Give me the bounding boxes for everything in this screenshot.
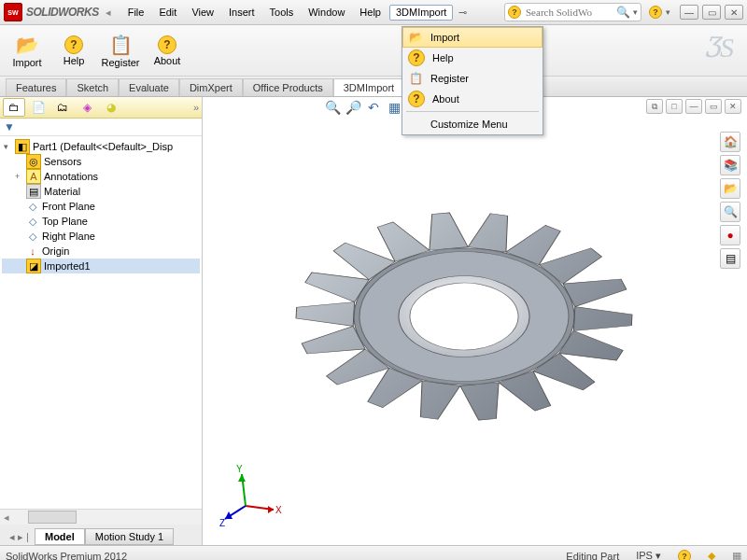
close-button[interactable]: ✕ xyxy=(725,5,743,20)
status-options-icon[interactable]: ▦ xyxy=(732,550,741,560)
register-icon: 📋 xyxy=(109,34,133,56)
menu-insert[interactable]: Insert xyxy=(222,5,261,21)
menu-chevron-icon[interactable]: ◂ xyxy=(106,7,111,19)
taskpane-explorer-icon[interactable]: 📂 xyxy=(720,178,740,199)
tree-node-sensors[interactable]: ◎Sensors xyxy=(2,154,200,169)
dd-separator xyxy=(406,111,539,112)
dd-import[interactable]: 📂 Import xyxy=(402,27,543,48)
title-bar: SW SOLIDWORKS ◂ File Edit View Insert To… xyxy=(0,0,747,25)
collapse-icon[interactable]: ▾ xyxy=(4,142,12,151)
search-dropdown-icon[interactable]: ▾ xyxy=(633,7,638,17)
tree-filter-bar[interactable]: ▼ xyxy=(0,119,202,136)
dd-about[interactable]: ? About xyxy=(402,89,543,109)
origin-icon: ↓ xyxy=(26,245,39,258)
status-bar: SolidWorks Premium 2012 Editing Part IPS… xyxy=(0,545,747,560)
status-rebuild-icon[interactable]: ◆ xyxy=(708,550,715,560)
command-tabs: Features Sketch Evaluate DimXpert Office… xyxy=(0,77,747,97)
status-units[interactable]: IPS ▾ xyxy=(636,550,661,560)
tree-node-label: Sensors xyxy=(44,156,81,167)
panel-tab-display[interactable]: ◕ xyxy=(100,98,122,117)
feature-tree: ▾ ◧ Part1 (Default<<Default>_Disp ◎Senso… xyxy=(0,136,202,509)
taskpane-appearance-icon[interactable]: ● xyxy=(720,225,740,245)
menu-3dmimport[interactable]: 3DMImport xyxy=(389,5,453,21)
toolbar-about-button[interactable]: ? About xyxy=(146,30,189,71)
tree-node-top-plane[interactable]: ◇Top Plane xyxy=(2,214,200,229)
tree-node-origin[interactable]: ↓Origin xyxy=(2,244,200,259)
tab-3dmimport[interactable]: 3DMImport xyxy=(333,78,404,96)
tab-evaluate[interactable]: Evaluate xyxy=(119,78,179,96)
tree-node-label: Imported1 xyxy=(44,260,91,272)
tab-sketch[interactable]: Sketch xyxy=(66,78,119,96)
panel-tab-feature-tree[interactable]: 🗀 xyxy=(3,98,25,117)
toolbar-help-label: Help xyxy=(63,55,85,66)
gear-model xyxy=(212,106,735,526)
tree-node-front-plane[interactable]: ◇Front Plane xyxy=(2,199,200,214)
help-button-icon[interactable]: ? xyxy=(649,6,662,19)
dd-help[interactable]: ? Help xyxy=(402,48,543,68)
plane-icon: ◇ xyxy=(26,215,39,228)
panel-tab-config[interactable]: 🗂 xyxy=(51,98,74,117)
taskpane-library-icon[interactable]: 📚 xyxy=(720,155,740,175)
toolbar-import-button[interactable]: 📂 Import xyxy=(6,30,49,71)
search-box[interactable]: ? 🔍 ▾ xyxy=(504,3,641,21)
expand-icon[interactable]: + xyxy=(15,172,23,181)
scroll-thumb[interactable] xyxy=(28,511,77,524)
tree-node-imported1[interactable]: ◪Imported1 xyxy=(2,259,200,273)
tree-root-label: Part1 (Default<<Default>_Disp xyxy=(33,141,173,152)
menu-file[interactable]: File xyxy=(121,5,151,21)
dd-customize[interactable]: Customize Menu xyxy=(402,114,543,134)
restore-button[interactable]: ▭ xyxy=(702,5,721,20)
app-logo-icon: SW xyxy=(4,3,22,21)
menu-tools[interactable]: Tools xyxy=(263,5,301,21)
toolbar-about-label: About xyxy=(154,55,181,66)
tree-node-material-not-specified-[interactable]: ▤Material xyxy=(2,184,200,199)
help-dropdown-icon[interactable]: ▾ xyxy=(666,7,670,17)
menu-help[interactable]: Help xyxy=(353,5,388,21)
tab-motion-study[interactable]: Motion Study 1 xyxy=(85,528,174,545)
dd-register[interactable]: 📋 Register xyxy=(402,68,543,89)
search-icon[interactable]: 🔍 xyxy=(616,6,630,19)
graphics-viewport[interactable]: ⧉ □ — ▭ ✕ 🔍 🔎 ↶ ▦ ▣ ▤ ◐ ● ◎ ▼ xyxy=(203,97,747,545)
menu-edit[interactable]: Edit xyxy=(152,5,183,21)
folder-open-icon: 📂 xyxy=(408,30,423,45)
orientation-triad[interactable]: X Y Z xyxy=(219,461,285,526)
minimize-button[interactable]: — xyxy=(680,5,698,20)
panel-hscroll[interactable]: ◂ xyxy=(0,509,202,525)
dd-import-label: Import xyxy=(430,32,459,43)
taskpane-property-icon[interactable]: ▤ xyxy=(720,248,740,269)
pin-icon[interactable]: ⊸ xyxy=(455,5,471,21)
status-help-icon[interactable]: ? xyxy=(678,550,691,561)
mat-icon: ▤ xyxy=(26,184,41,199)
menu-view[interactable]: View xyxy=(185,5,220,21)
panel-tab-dimxpert[interactable]: ◈ xyxy=(76,98,98,117)
tab-features[interactable]: Features xyxy=(6,78,66,96)
tree-node-label: Right Plane xyxy=(42,231,95,242)
toolbar-register-button[interactable]: 📋 Register xyxy=(99,30,142,71)
view-tabs: ◂ ▸ | Model Motion Study 1 xyxy=(0,525,202,545)
toolbar-help-button[interactable]: ? Help xyxy=(52,30,95,71)
panel-overflow-icon[interactable]: » xyxy=(193,102,199,113)
funnel-icon: ▼ xyxy=(4,120,15,133)
tree-node-right-plane[interactable]: ◇Right Plane xyxy=(2,229,200,244)
tree-root[interactable]: ▾ ◧ Part1 (Default<<Default>_Disp xyxy=(2,139,200,154)
tab-office-products[interactable]: Office Products xyxy=(243,78,333,96)
toolbar-import-label: Import xyxy=(12,57,41,68)
svg-marker-5 xyxy=(268,506,274,513)
tab-dimxpert[interactable]: DimXpert xyxy=(179,78,243,96)
app-name: SOLIDWORKS xyxy=(26,6,99,19)
status-mode: Editing Part xyxy=(566,551,619,561)
task-pane: 🏠 📚 📂 🔍 ● ▤ xyxy=(717,129,747,272)
taskpane-view-icon[interactable]: 🔍 xyxy=(720,202,740,222)
taskpane-home-icon[interactable]: 🏠 xyxy=(720,132,740,152)
3dmimport-dropdown: 📂 Import ? Help 📋 Register ? About Custo… xyxy=(402,26,543,135)
tree-node-annotations[interactable]: +AAnnotations xyxy=(2,169,200,184)
tab-model[interactable]: Model xyxy=(35,528,85,545)
help-icon: ? xyxy=(408,49,425,66)
tree-node-label: Top Plane xyxy=(42,216,88,227)
sensor-icon: ◎ xyxy=(26,154,41,169)
dd-help-label: Help xyxy=(432,52,454,63)
feature-panel: 🗀 📄 🗂 ◈ ◕ » ▼ ▾ ◧ Part1 (Default<<Defaul… xyxy=(0,97,203,545)
menu-window[interactable]: Window xyxy=(302,5,351,21)
search-input[interactable] xyxy=(524,6,613,19)
panel-tab-property[interactable]: 📄 xyxy=(27,98,49,117)
